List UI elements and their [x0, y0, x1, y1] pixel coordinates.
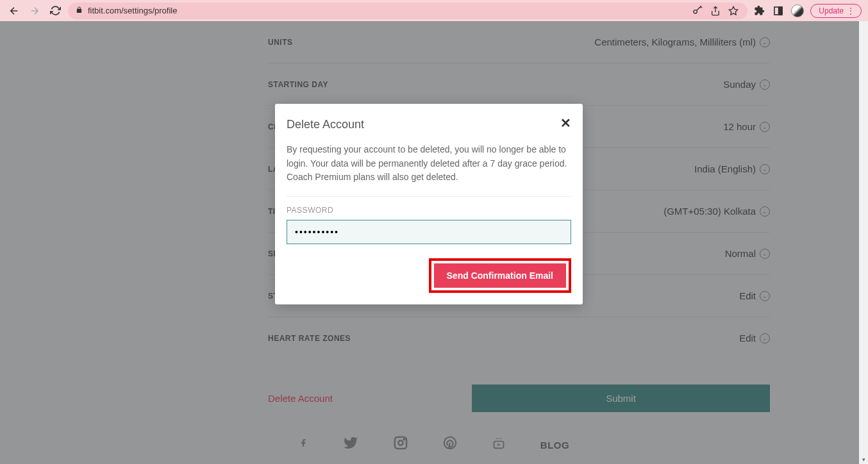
- page-content: UNITSCentimeters, Kilograms, Milliliters…: [0, 21, 868, 464]
- scrollbar[interactable]: ▾: [859, 21, 868, 464]
- svg-rect-3: [779, 7, 782, 15]
- back-button[interactable]: [6, 3, 22, 19]
- menu-dots-icon: ⋮: [847, 6, 855, 15]
- url-text: fitbit.com/settings/profile: [88, 6, 177, 15]
- password-input[interactable]: [287, 220, 571, 244]
- panel-icon[interactable]: [772, 4, 785, 17]
- forward-button[interactable]: [27, 3, 42, 19]
- password-label: PASSWORD: [287, 206, 571, 215]
- svg-marker-1: [730, 6, 738, 15]
- close-icon[interactable]: ✕: [560, 115, 571, 131]
- modal-description: By requesting your account to be deleted…: [287, 143, 571, 197]
- svg-point-0: [694, 10, 697, 13]
- update-button[interactable]: Update ⋮: [810, 4, 862, 18]
- send-confirmation-button[interactable]: Send Confirmation Email: [434, 263, 566, 288]
- modal-title: Delete Account: [287, 118, 571, 131]
- key-icon[interactable]: [691, 4, 704, 17]
- reload-button[interactable]: [47, 3, 63, 19]
- modal-actions: Send Confirmation Email: [287, 258, 571, 293]
- browser-toolbar: fitbit.com/settings/profile Update ⋮: [0, 0, 868, 21]
- delete-account-modal: ✕ Delete Account By requesting your acco…: [275, 104, 583, 304]
- share-icon[interactable]: [709, 4, 722, 17]
- update-label: Update: [819, 6, 844, 15]
- address-bar[interactable]: fitbit.com/settings/profile: [68, 3, 747, 19]
- scroll-down-icon[interactable]: ▾: [859, 455, 868, 464]
- highlight-annotation: Send Confirmation Email: [429, 258, 571, 293]
- toolbar-right-icons: Update ⋮: [753, 4, 862, 18]
- lock-icon: [76, 6, 83, 15]
- profile-avatar[interactable]: [791, 4, 804, 17]
- extensions-icon[interactable]: [753, 4, 765, 17]
- star-icon[interactable]: [727, 4, 740, 17]
